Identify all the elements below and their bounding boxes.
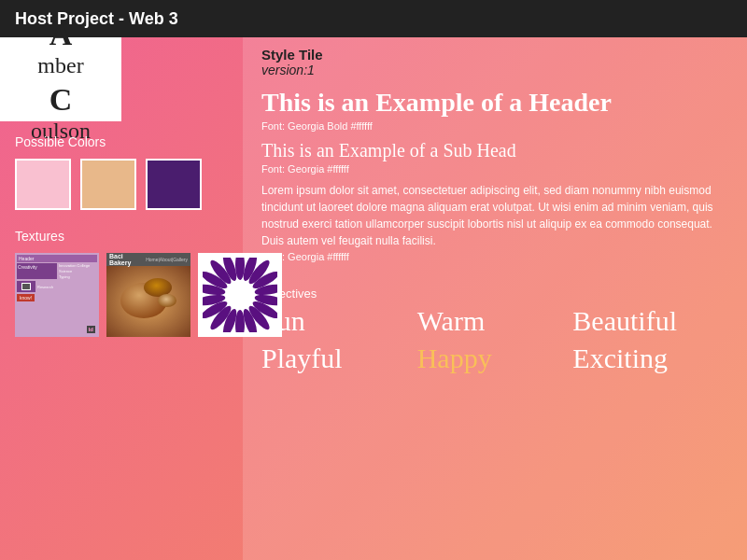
- logo-line1: Amber: [31, 14, 91, 79]
- typography-section: This is an Example of a Header Font: Geo…: [261, 87, 728, 272]
- left-panel: Amber Coulson Possible Colors Textures: [0, 37, 243, 560]
- color-swatches: [15, 159, 228, 210]
- svg-point-18: [233, 287, 247, 302]
- adjective-item: Playful: [261, 342, 417, 375]
- texture-thumb-1: Header Creativity Innovation College Sci…: [15, 253, 99, 337]
- right-panel: Style Tile version:1 This is an Example …: [243, 37, 747, 560]
- colors-section: Possible Colors: [0, 121, 243, 219]
- texture-thumb-bakery: Baci Bakery Home|About|Gallery: [106, 253, 190, 337]
- adjective-item: Fun: [261, 304, 417, 338]
- adjective-item: Beautiful: [572, 304, 728, 338]
- flower-svg: [203, 258, 277, 332]
- topbar: Host Project - Web 3: [0, 0, 747, 37]
- bakery-img: [106, 266, 190, 337]
- logo-box: Amber Coulson: [0, 37, 121, 121]
- example-subhead-font-note: Font: Georgia #ffffff: [261, 163, 728, 175]
- swatch-purple: [146, 159, 202, 210]
- swatch-pink: [15, 159, 71, 210]
- texture-thumb-flower: [198, 253, 282, 337]
- style-tile-label: Style Tile: [261, 47, 728, 63]
- colors-label: Possible Colors: [15, 134, 228, 149]
- bakery-nav: Baci Bakery Home|About|Gallery: [106, 253, 190, 266]
- adjective-item: Warm: [417, 304, 573, 338]
- body-copy-font-note: Font: Georgia #ffffff: [261, 251, 728, 262]
- style-tile-info: Style Tile version:1: [261, 47, 728, 77]
- style-tile-version: version:1: [261, 63, 728, 77]
- bakery-inner: Baci Bakery Home|About|Gallery: [106, 253, 190, 337]
- adjectives-section: Adjectives FunWarmBeautifulPlayfulHappyE…: [261, 287, 728, 375]
- swatch-tan: [80, 159, 136, 210]
- textures-section: Textures Header Creativity Innovation Co…: [0, 219, 243, 346]
- texture-thumbs: Header Creativity Innovation College Sci…: [15, 253, 228, 337]
- example-subhead: This is an Example of a Sub Head: [261, 139, 728, 161]
- adjective-item: Happy: [417, 342, 573, 375]
- example-header-font-note: Font: Georgia Bold #ffffff: [261, 120, 728, 132]
- textures-label: Textures: [15, 229, 228, 244]
- svg-point-0: [235, 258, 245, 280]
- adjectives-grid: FunWarmBeautifulPlayfulHappyExciting: [261, 304, 728, 375]
- body-copy: Lorem ipsum dolor sit amet, consectetuer…: [261, 182, 728, 249]
- example-header: This is an Example of a Header: [261, 87, 728, 119]
- adjective-item: Exciting: [572, 342, 728, 375]
- adjectives-label: Adjectives: [261, 287, 728, 301]
- svg-point-9: [235, 310, 245, 332]
- main-content: Amber Coulson Possible Colors Textures: [0, 37, 747, 560]
